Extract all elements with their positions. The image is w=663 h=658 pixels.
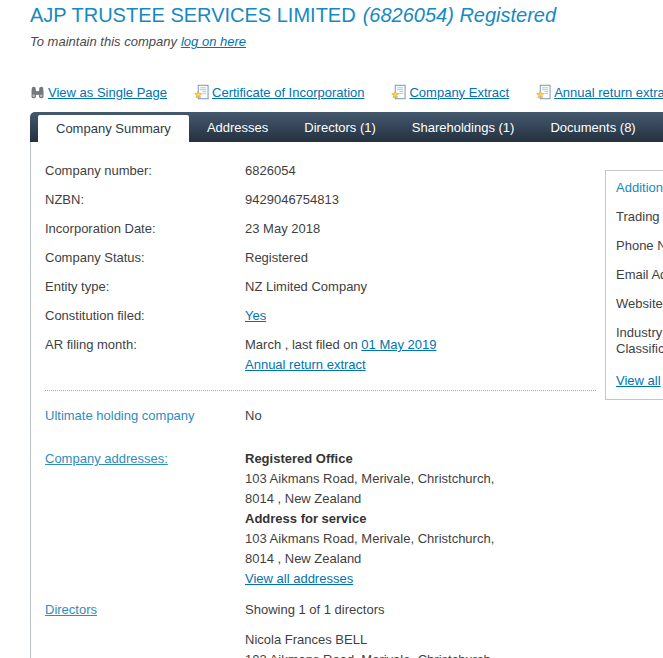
service-address-line2: 8014 , New Zealand — [245, 551, 361, 566]
maintain-line: To maintain this companylog on here — [30, 34, 246, 49]
company-extract-link[interactable]: Company Extract — [409, 85, 513, 100]
nzbn-row: NZBN: 9429046754813 — [45, 192, 663, 208]
director-address-line1: 103 Aikmans Road, Merivale, Christchurch… — [245, 652, 494, 658]
view-single-page-item: View as Single Page — [30, 85, 171, 100]
page-title: AJP TRUSTEE SERVICES LIMITED(6826054) Re… — [30, 4, 556, 27]
directors-showing-text: Showing 1 of 1 directors — [245, 602, 384, 617]
company-addresses-value: Registered Office 103 Aikmans Road, Meri… — [245, 449, 663, 589]
company-number-status: (6826054) Registered — [363, 4, 556, 26]
director-name: Nicola Frances BELL — [245, 632, 367, 647]
certificate-of-incorporation-link[interactable]: Certificate of Incorporation — [212, 85, 368, 100]
tab-directors[interactable]: Directors (1) — [286, 112, 394, 142]
service-address-line1: 103 Aikmans Road, Merivale, Christchurch… — [245, 531, 494, 546]
annual-return-extract-link[interactable]: Annual return extract — [245, 357, 366, 372]
company-addresses-label: Company addresses: — [45, 451, 245, 589]
certificate-of-incorporation-item: Certificate of Incorporation — [194, 84, 368, 100]
entity-type-row: Entity type: NZ Limited Company — [45, 279, 663, 295]
maintain-text: To maintain this company — [30, 34, 177, 49]
company-number-row: Company number: 6826054 — [45, 163, 663, 179]
company-number-value: 6826054 — [245, 163, 663, 179]
ar-filing-text: March , last filed on — [245, 337, 361, 352]
tab-addresses[interactable]: Addresses — [189, 112, 286, 142]
nzbn-label: NZBN: — [45, 192, 245, 208]
phone-number-label: Phone Number — [616, 238, 663, 254]
ar-filing-month-row: AR filing month: March , last filed on 0… — [45, 337, 663, 375]
tab-bar: Company Summary Addresses Directors (1) … — [30, 112, 663, 142]
company-addresses-row: Company addresses: Registered Office 103… — [45, 451, 663, 589]
starred-document-icon — [536, 84, 551, 100]
constitution-filed-row: Constitution filed: Yes — [45, 308, 663, 324]
company-extract-item: Company Extract — [391, 84, 513, 100]
ar-filing-month-value: March , last filed on 01 May 2019 Annual… — [245, 335, 663, 375]
tab-company-summary[interactable]: Company Summary — [38, 115, 189, 142]
entity-type-label: Entity type: — [45, 279, 245, 295]
tab-documents[interactable]: Documents (8) — [532, 112, 653, 142]
directors-row: Directors Showing 1 of 1 directors Nicol… — [45, 602, 663, 658]
constitution-filed-label: Constitution filed: — [45, 308, 245, 324]
incorporation-date-label: Incorporation Date: — [45, 221, 245, 237]
annual-return-extract-toolbar-link[interactable]: Annual return extract — [554, 85, 663, 100]
incorporation-date-value: 23 May 2018 — [245, 221, 663, 237]
company-number-label: Company number: — [45, 163, 245, 179]
registered-office-address-line1: 103 Aikmans Road, Merivale, Christchurch… — [245, 471, 494, 486]
directors-link[interactable]: Directors — [45, 602, 97, 617]
incorporation-date-row: Incorporation Date: 23 May 2018 — [45, 221, 663, 237]
log-on-here-link[interactable]: log on here — [181, 34, 246, 49]
starred-document-icon — [391, 84, 406, 100]
ar-last-filed-date-link[interactable]: 01 May 2019 — [361, 337, 436, 352]
starred-document-icon — [194, 84, 209, 100]
ar-filing-month-label: AR filing month: — [45, 337, 245, 375]
directors-value: Showing 1 of 1 directors Nicola Frances … — [245, 600, 663, 658]
view-single-page-link[interactable]: View as Single Page — [48, 85, 171, 100]
trading-name-label: Trading Name — [616, 209, 663, 225]
additional-information-title: Additional Information — [616, 180, 663, 196]
nzbn-value: 9429046754813 — [245, 192, 663, 208]
company-summary-panel: Company number: 6826054 NZBN: 9429046754… — [30, 142, 663, 658]
ultimate-holding-company-label: Ultimate holding company — [45, 408, 245, 424]
company-addresses-link[interactable]: Company addresses: — [45, 451, 168, 466]
registered-office-address-line2: 8014 , New Zealand — [245, 491, 361, 506]
binoculars-icon — [30, 85, 45, 100]
tab-shareholdings[interactable]: Shareholdings (1) — [394, 112, 533, 142]
panel-view-all-link[interactable]: View all — [616, 373, 661, 389]
annual-return-extract-item: Annual return extract — [536, 84, 663, 100]
document-toolbar: View as Single Page Certificate of Incor… — [30, 84, 663, 100]
ultimate-holding-company-row: Ultimate holding company No — [45, 408, 663, 424]
company-status-row: Company Status: Registered — [45, 250, 663, 266]
constitution-filed-value: Yes — [245, 308, 663, 324]
industry-classification-label: Industry Classification — [616, 325, 663, 357]
spacer — [245, 620, 663, 630]
additional-information-panel: Additional Information Trading Name Phon… — [605, 170, 663, 400]
company-status-label: Company Status: — [45, 250, 245, 266]
email-address-label: Email Address — [616, 267, 663, 283]
website-label: Website — [616, 296, 663, 312]
section-divider — [45, 390, 596, 391]
entity-type-value: NZ Limited Company — [245, 279, 663, 295]
constitution-yes-link[interactable]: Yes — [245, 308, 266, 323]
company-status-value: Registered — [245, 250, 663, 266]
directors-label: Directors — [45, 602, 245, 658]
ultimate-holding-company-value: No — [245, 408, 663, 424]
view-all-addresses-link[interactable]: View all addresses — [245, 571, 353, 586]
address-for-service-heading: Address for service — [245, 511, 366, 526]
registered-office-heading: Registered Office — [245, 451, 353, 466]
company-name: AJP TRUSTEE SERVICES LIMITED — [30, 4, 356, 26]
